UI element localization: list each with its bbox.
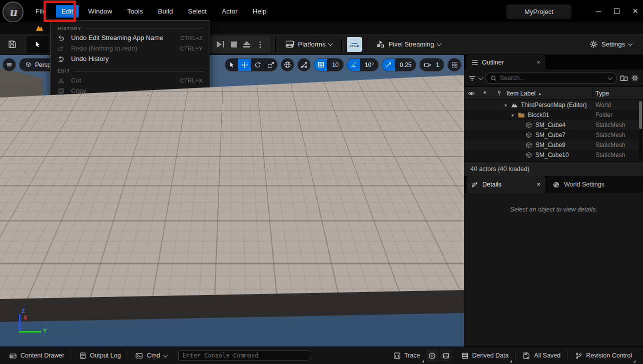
outliner-search[interactable] <box>485 72 617 84</box>
outliner-row-staticmesh[interactable]: SM_Cube7 StaticMesh <box>464 130 643 140</box>
revision-control-button[interactable]: Revision Control <box>570 347 637 364</box>
cmd-dropdown[interactable]: Cmd <box>130 347 172 364</box>
pin-column-header[interactable] <box>491 90 506 96</box>
menu-tools[interactable]: Tools <box>122 5 149 18</box>
actor-billboard-icon[interactable] <box>116 281 124 286</box>
rotate-tool-button[interactable] <box>251 58 264 71</box>
scrollbar-thumb[interactable] <box>639 101 642 129</box>
close-icon[interactable]: × <box>536 58 540 66</box>
menu-item-delete[interactable]: Delete DELETE <box>51 117 210 128</box>
menu-build[interactable]: Build <box>153 5 179 18</box>
derived-data-button[interactable]: Derived Data <box>456 347 514 364</box>
cursor-icon <box>34 40 42 48</box>
close-icon[interactable]: × <box>537 181 540 188</box>
scale-snap-value: 0.25 <box>395 62 416 68</box>
select-mode-button[interactable] <box>27 36 49 53</box>
rotation-snap-control[interactable]: 10° <box>347 58 379 72</box>
menu-item-copy[interactable]: Copy CTRL+C <box>51 86 210 96</box>
diagonal-arrow-icon <box>385 62 392 68</box>
close-button[interactable]: × <box>632 6 638 16</box>
expander-icon[interactable]: ▾ <box>511 112 518 118</box>
snap-actor-button[interactable] <box>297 58 311 72</box>
minimize-button[interactable]: – <box>596 8 601 14</box>
outliner-row-staticmesh[interactable]: SM_Cube10 StaticMesh <box>464 150 643 160</box>
play-options-button[interactable]: ⋮ <box>257 40 264 49</box>
insights-session-button[interactable] <box>426 350 438 362</box>
section-title: EDIT <box>58 68 70 74</box>
menu-item-cut[interactable]: Cut CTRL+X <box>51 75 210 86</box>
type-column-header[interactable]: Type <box>595 90 609 97</box>
menu-actor[interactable]: Actor <box>216 5 243 18</box>
menu-item-duplicate[interactable]: Duplicate CTRL+D <box>51 106 210 117</box>
move-tool-button[interactable] <box>238 58 251 71</box>
menu-item-label: Undo History <box>71 55 109 62</box>
frame-skip-button[interactable] <box>217 41 224 48</box>
eject-button[interactable] <box>243 41 250 48</box>
insights-stats-button[interactable] <box>440 350 452 362</box>
settings-button[interactable]: Settings <box>589 40 639 48</box>
cube-glyph <box>525 122 532 128</box>
column-divider[interactable] <box>592 87 593 100</box>
camera-speed-control[interactable]: 1 <box>419 58 444 72</box>
folder-glyph <box>518 112 525 118</box>
menu-section-edit: EDIT <box>51 67 210 75</box>
select-tool-button[interactable] <box>225 58 238 71</box>
menu-select[interactable]: Select <box>183 5 213 18</box>
expander-icon[interactable]: ▾ <box>504 102 511 108</box>
search-input[interactable] <box>500 74 605 82</box>
menu-help[interactable]: Help <box>247 5 272 18</box>
item-label-column-header[interactable]: Item Label <box>506 90 535 97</box>
chevron-down-icon[interactable] <box>478 75 483 80</box>
content-drawer-button[interactable]: Content Drawer <box>4 347 70 364</box>
all-saved-button[interactable]: All Saved <box>518 347 565 364</box>
eagle-plugin-button[interactable]: EAGLE <box>347 37 362 52</box>
console-command-input[interactable] <box>183 352 305 359</box>
toolbar-separator <box>275 37 276 52</box>
menu-item-redo[interactable]: Redo (Nothing to redo) CTRL+Y <box>51 43 210 54</box>
unsaved-column-header[interactable]: * <box>478 89 491 98</box>
trace-button[interactable]: Trace <box>388 347 425 364</box>
outliner-row-folder[interactable]: ▾ Block01 Folder <box>464 110 643 120</box>
scale-tool-button[interactable] <box>264 58 277 71</box>
maximize-button[interactable] <box>614 8 619 14</box>
menu-item-paste[interactable]: Paste CTRL+V <box>51 96 210 106</box>
filter-icon[interactable] <box>468 74 476 82</box>
platforms-button[interactable]: Platforms <box>281 37 337 52</box>
outliner-row-staticmesh[interactable]: SM_Cube4 StaticMesh <box>464 120 643 130</box>
details-tab-label: Details <box>482 181 501 188</box>
cursor-icon <box>229 62 235 68</box>
chevron-down-icon[interactable] <box>608 75 613 80</box>
outliner-row-world[interactable]: ▾ ThirdPersonMap (Editor) World <box>464 100 643 110</box>
stop-button[interactable] <box>231 42 237 48</box>
paste-icon <box>58 98 71 105</box>
row-type: StaticMesh <box>595 152 625 158</box>
grid-snap-control[interactable]: 10 <box>314 58 343 72</box>
sort-ascending-icon: ▴ <box>538 91 541 96</box>
actor-billboard-icon[interactable] <box>163 198 171 204</box>
tab-details[interactable]: Details × <box>466 176 545 193</box>
staticmesh-icon <box>525 122 532 128</box>
undo-history-icon <box>58 56 71 62</box>
chevron-down-icon <box>328 41 333 46</box>
tab-outliner[interactable]: Outliner × <box>466 55 545 70</box>
output-log-button[interactable]: Output Log <box>74 347 126 364</box>
save-button[interactable] <box>4 37 21 52</box>
quad-view-button[interactable] <box>447 58 461 72</box>
outliner-scrollbar[interactable] <box>639 101 642 159</box>
scale-snap-control[interactable]: 0.25 <box>382 58 416 72</box>
blue-cube-actor[interactable] <box>328 185 349 208</box>
new-folder-icon[interactable] <box>620 74 628 82</box>
visibility-column-header[interactable] <box>464 90 478 97</box>
menu-window[interactable]: Window <box>83 5 118 18</box>
blue-cube-actor[interactable] <box>300 217 327 246</box>
world-space-button[interactable] <box>281 58 294 72</box>
tab-world-settings[interactable]: World Settings <box>546 176 643 193</box>
outliner-row-staticmesh[interactable]: SM_Cube9 StaticMesh <box>464 140 643 150</box>
pixel-streaming-button[interactable]: Pixel Streaming <box>372 37 445 52</box>
outliner-settings-gear-icon[interactable] <box>631 74 639 82</box>
menu-item-undo-history[interactable]: Undo History <box>51 54 210 64</box>
menu-item-undo[interactable]: Undo Edit Streaming App Name CTRL+Z <box>51 32 210 43</box>
viewport-options-button[interactable] <box>3 58 16 72</box>
transform-tools <box>225 58 278 72</box>
console-command-field[interactable] <box>178 350 309 360</box>
